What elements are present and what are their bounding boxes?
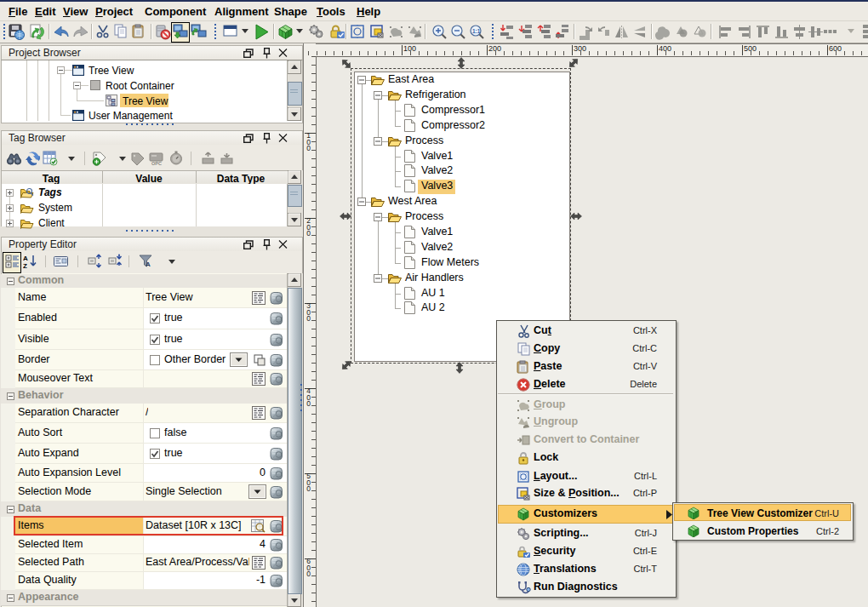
svg-text:OPC: OPC [151, 161, 162, 166]
svg-text:Z: Z [23, 262, 27, 269]
svg-text:A: A [23, 255, 28, 262]
svg-text:A: A [146, 261, 151, 268]
svg-text:1:1: 1:1 [472, 28, 481, 34]
